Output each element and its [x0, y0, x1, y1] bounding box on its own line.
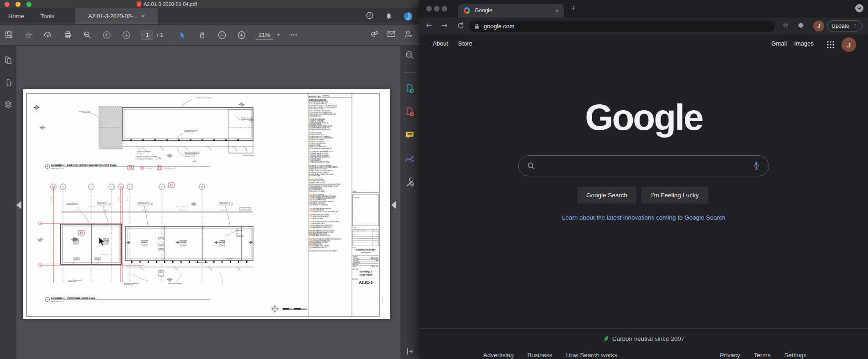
notifications-bell-icon[interactable]: [385, 11, 393, 21]
next-page-icon[interactable]: [119, 28, 133, 42]
zoom-out-icon[interactable]: [215, 28, 229, 42]
profile-avatar[interactable]: J: [813, 21, 824, 31]
google-account-avatar[interactable]: J: [842, 37, 856, 52]
svg-text:7.08: 7.08: [160, 238, 162, 240]
pdf-file-icon: A: [137, 1, 141, 7]
cloud-upload-icon[interactable]: [41, 28, 55, 42]
macos-minimize-button[interactable]: [16, 2, 21, 7]
add-user-icon[interactable]: [403, 29, 413, 41]
footer-link-privacy[interactable]: Privacy: [720, 352, 740, 359]
grid-bubble: V: [161, 186, 163, 188]
search-tools-icon[interactable]: [405, 50, 415, 62]
page-number-input[interactable]: 1: [141, 31, 153, 40]
share-link-icon[interactable]: [370, 29, 379, 41]
reload-icon[interactable]: [457, 22, 465, 31]
plan2-number: 2: [47, 165, 48, 168]
photo-ref-annotation: A-1.01b: [146, 167, 152, 169]
plan2-scale: SCALE: 1/8" = 1'-0": [51, 168, 64, 169]
page-thumbnails-icon[interactable]: [4, 56, 13, 67]
expand-panel-icon[interactable]: [405, 346, 415, 358]
tab-close-icon[interactable]: ×: [141, 13, 145, 20]
svg-text:?: ?: [369, 13, 371, 18]
pdf-page[interactable]: REMOVE (E) SHEDSTRUCTURE(E) CONC WALL TO…: [23, 89, 390, 319]
lock-icon: [474, 23, 480, 29]
feeling-lucky-button[interactable]: I'm Feeling Lucky: [641, 187, 708, 204]
footer-link-business[interactable]: Business: [527, 352, 553, 359]
consultant-label: Consultant:: [353, 197, 360, 198]
help-icon[interactable]: ?: [366, 11, 374, 21]
tab-close-icon[interactable]: ×: [555, 7, 558, 14]
footer-divider: [419, 328, 868, 329]
hand-tool-icon[interactable]: [196, 28, 209, 42]
save-icon[interactable]: [2, 28, 16, 42]
favorite-star-icon[interactable]: ☆: [21, 28, 35, 42]
grid-bubble: U: [129, 186, 131, 188]
extensions-puzzle-icon[interactable]: [797, 22, 805, 31]
zoom-level-input[interactable]: 21%: [256, 31, 273, 40]
svg-text:S-101: S-101: [74, 243, 78, 244]
macos-zoom-button[interactable]: [26, 2, 31, 7]
next-view-arrow[interactable]: [391, 201, 396, 209]
svg-text:S-106: S-106: [221, 245, 224, 246]
document-tab[interactable]: A2.01-3-2020-02-... ×: [75, 8, 158, 24]
more-tools-wrench-icon[interactable]: [404, 176, 415, 189]
browser-tab-google[interactable]: Google ×: [458, 4, 564, 17]
sheet-title-line2: Floor Plans: [352, 273, 379, 277]
plan-note: 1-HR RATED WALLSHOWN SOLID, TYP: [67, 202, 79, 205]
search-innovations-link[interactable]: Learn about the latest innovations comin…: [562, 214, 726, 221]
nav-images-link[interactable]: Images: [794, 40, 814, 47]
address-bar[interactable]: google.com: [469, 21, 775, 32]
search-box[interactable]: [518, 155, 769, 176]
tab-title: Google: [475, 7, 550, 14]
menu-home[interactable]: Home: [0, 8, 32, 24]
attachments-paperclip-icon[interactable]: [4, 78, 13, 89]
print-icon[interactable]: [61, 28, 74, 42]
menu-tools[interactable]: Tools: [32, 8, 62, 24]
mouse-cursor: [98, 236, 106, 249]
create-pdf-icon[interactable]: [404, 107, 415, 119]
macos-zoom-button[interactable]: [442, 6, 447, 11]
bookmark-star-icon[interactable]: ☆: [782, 21, 788, 29]
nav-about-link[interactable]: About: [433, 40, 448, 47]
google-apps-grid-icon[interactable]: [827, 41, 835, 51]
forward-icon[interactable]: →: [441, 21, 447, 30]
zoom-in-icon[interactable]: [235, 28, 248, 42]
voice-search-mic-icon[interactable]: [752, 161, 760, 171]
footer-link-how-search-works[interactable]: How Search works: [566, 352, 618, 359]
update-chip[interactable]: Update ⋮: [827, 21, 863, 31]
google-search-button[interactable]: Google Search: [577, 187, 636, 204]
export-pdf-icon[interactable]: [404, 83, 415, 96]
macos-close-button[interactable]: [426, 6, 432, 11]
nav-store-link[interactable]: Store: [458, 40, 472, 47]
footer-link-advertising[interactable]: Advertising: [483, 352, 514, 359]
macos-close-button[interactable]: [5, 2, 10, 7]
email-icon[interactable]: [387, 29, 396, 41]
plan1-scale: SCALE: 1/8" = 1'-0": [51, 301, 64, 303]
rail-divider: [404, 343, 416, 343]
leaf-icon: [603, 335, 609, 342]
more-tools-icon[interactable]: •••: [290, 32, 298, 37]
find-icon[interactable]: [80, 28, 94, 42]
account-avatar[interactable]: [404, 12, 412, 21]
demo-note: REMOVE (E) CONC WALL: [137, 157, 153, 159]
google-favicon: [464, 7, 470, 14]
select-tool-icon[interactable]: [176, 28, 190, 42]
comment-icon[interactable]: [404, 130, 415, 143]
macos-minimize-button[interactable]: [434, 6, 439, 11]
stamp-label: Stamp:: [352, 227, 379, 228]
room-label: FOURTHGRADE: [180, 240, 187, 244]
layers-icon[interactable]: [4, 100, 13, 111]
zoom-dropdown-caret-icon[interactable]: ▾: [278, 33, 279, 37]
footer-link-terms[interactable]: Terms: [754, 352, 770, 359]
plan-note: NO ADDITION: [241, 208, 249, 210]
tabstrip-chevron-icon[interactable]: [855, 4, 863, 12]
previous-page-icon[interactable]: [100, 28, 114, 42]
issue-date: 10/30/2014: [352, 252, 379, 254]
menu-kebab-icon[interactable]: ⋮: [852, 23, 858, 29]
fill-sign-icon[interactable]: [404, 153, 415, 166]
new-tab-icon[interactable]: +: [571, 3, 576, 13]
footer-link-settings[interactable]: Settings: [784, 352, 806, 359]
back-icon[interactable]: ←: [426, 21, 432, 30]
nav-gmail-link[interactable]: Gmail: [771, 40, 787, 47]
previous-view-arrow[interactable]: [16, 201, 21, 209]
